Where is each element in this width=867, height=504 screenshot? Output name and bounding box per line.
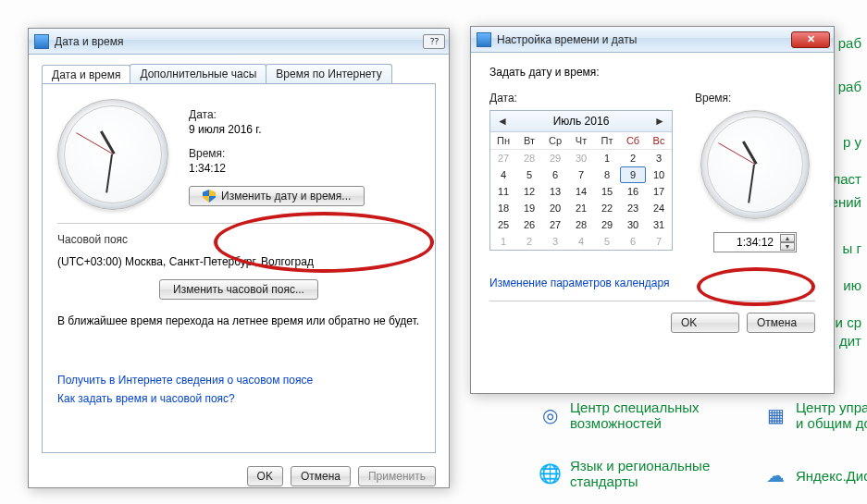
link-howto-set-time[interactable]: Как задать время и часовой пояс? bbox=[57, 392, 235, 405]
calendar-day[interactable]: 1 bbox=[594, 150, 620, 166]
cpl-link-yandex-disk[interactable]: ☁ Яндекс.Диск bbox=[762, 462, 867, 488]
calendar-day[interactable]: 27 bbox=[542, 216, 568, 233]
titlebar[interactable]: Настройка времени и даты ✕ bbox=[471, 27, 834, 53]
set-date-time-label: Задать дату и время: bbox=[489, 66, 815, 79]
calendar-day[interactable]: 5 bbox=[594, 233, 620, 250]
calendar-day[interactable]: 27 bbox=[490, 150, 516, 166]
calendar-day[interactable]: 7 bbox=[646, 233, 672, 250]
change-date-time-button[interactable]: Изменить дату и время... bbox=[189, 186, 365, 206]
calendar-day[interactable]: 8 bbox=[594, 166, 620, 183]
ok-button[interactable]: OK bbox=[671, 313, 739, 333]
spinner-up-icon[interactable]: ▲ bbox=[780, 234, 795, 242]
calendar-day[interactable]: 26 bbox=[516, 216, 542, 233]
tab-additional-clocks[interactable]: Дополнительные часы bbox=[130, 64, 266, 84]
time-value: 1:34:12 bbox=[189, 162, 365, 175]
cpl-link-network-center[interactable]: ▦ Центр управл и общим дост bbox=[762, 400, 867, 431]
calendar-dow: Пн bbox=[490, 132, 516, 150]
titlebar[interactable]: Дата и время ⁇ bbox=[29, 29, 449, 55]
link-timezone-info[interactable]: Получить в Интернете сведения о часовом … bbox=[57, 374, 313, 387]
calendar-day[interactable]: 16 bbox=[620, 183, 646, 200]
calendar-day[interactable]: 14 bbox=[568, 183, 594, 200]
bg-text: раб bbox=[838, 35, 861, 51]
window-icon bbox=[34, 34, 49, 49]
dst-note: В ближайшее время перехода на летнее вре… bbox=[57, 314, 420, 327]
calendar-day[interactable]: 2 bbox=[620, 150, 646, 166]
calendar-day[interactable]: 30 bbox=[568, 150, 594, 166]
calendar-day[interactable]: 6 bbox=[620, 233, 646, 250]
calendar-day[interactable]: 4 bbox=[490, 166, 516, 183]
help-button[interactable]: ⁇ bbox=[423, 34, 445, 49]
calendar-day[interactable]: 18 bbox=[490, 200, 516, 216]
calendar-day[interactable]: 5 bbox=[516, 166, 542, 183]
uac-shield-icon bbox=[203, 190, 216, 203]
tab-internet-time[interactable]: Время по Интернету bbox=[266, 64, 391, 84]
calendar-day[interactable]: 23 bbox=[620, 200, 646, 216]
calendar-day[interactable]: 11 bbox=[490, 183, 516, 200]
calendar-day[interactable]: 21 bbox=[568, 200, 594, 216]
date-value: 9 июля 2016 г. bbox=[189, 123, 365, 136]
calendar-day[interactable]: 10 bbox=[646, 166, 672, 183]
calendar-day[interactable]: 20 bbox=[542, 200, 568, 216]
bg-text: дит bbox=[839, 333, 861, 349]
calendar-day[interactable]: 19 bbox=[516, 200, 542, 216]
calendar-day[interactable]: 3 bbox=[542, 233, 568, 250]
globe-icon: 🌐 bbox=[537, 461, 563, 486]
analog-clock bbox=[700, 110, 810, 219]
calendar-day[interactable]: 7 bbox=[568, 166, 594, 183]
change-timezone-button[interactable]: Изменить часовой пояс... bbox=[159, 279, 318, 300]
time-input[interactable]: 1:34:12 ▲ ▼ bbox=[713, 232, 797, 252]
calendar-dow: Ср bbox=[542, 132, 568, 150]
analog-clock bbox=[57, 99, 168, 210]
calendar-dow: Вс bbox=[646, 132, 672, 150]
tab-date-time[interactable]: Дата и время bbox=[42, 65, 130, 85]
network-icon: ▦ bbox=[762, 402, 788, 428]
tab-strip: Дата и время Дополнительные часы Время п… bbox=[42, 64, 436, 84]
bg-text: ы г bbox=[843, 240, 861, 256]
cpl-link-region-language[interactable]: 🌐 Язык и региональные стандарты bbox=[537, 458, 727, 489]
cancel-button[interactable]: Отмена bbox=[747, 313, 815, 333]
calendar-prev-month[interactable]: ◄ bbox=[496, 115, 509, 128]
calendar-day[interactable]: 1 bbox=[490, 233, 516, 250]
accessibility-icon: ◎ bbox=[537, 402, 563, 428]
close-button[interactable]: ✕ bbox=[791, 31, 830, 48]
window-title: Дата и время bbox=[55, 35, 417, 48]
calendar-dow: Пт bbox=[594, 132, 620, 150]
calendar-day[interactable]: 3 bbox=[646, 150, 672, 166]
calendar-day[interactable]: 30 bbox=[620, 216, 646, 233]
calendar-day[interactable]: 6 bbox=[542, 166, 568, 183]
time-spinner[interactable]: ▲ ▼ bbox=[780, 234, 795, 251]
calendar-day[interactable]: 31 bbox=[646, 216, 672, 233]
calendar-day[interactable]: 29 bbox=[542, 150, 568, 166]
calendar: ◄ Июль 2016 ► ПнВтСрЧтПтСбВс 27282930123… bbox=[489, 110, 673, 251]
date-label: Дата: bbox=[189, 108, 365, 121]
calendar-day[interactable]: 9 bbox=[620, 166, 646, 183]
calendar-dow: Вт bbox=[516, 132, 542, 150]
bg-text: раб bbox=[838, 79, 861, 94]
time-label: Время: bbox=[695, 92, 731, 104]
calendar-day[interactable]: 2 bbox=[516, 233, 542, 250]
calendar-day[interactable]: 12 bbox=[516, 183, 542, 200]
cancel-button[interactable]: Отмена bbox=[291, 466, 351, 486]
window-title: Настройка времени и даты bbox=[497, 33, 786, 46]
apply-button[interactable]: Применить bbox=[358, 466, 436, 486]
calendar-day[interactable]: 17 bbox=[646, 183, 672, 200]
calendar-day[interactable]: 29 bbox=[594, 216, 620, 233]
calendar-day[interactable]: 28 bbox=[568, 216, 594, 233]
cloud-icon: ☁ bbox=[762, 462, 788, 488]
link-calendar-settings[interactable]: Изменение параметров календаря bbox=[489, 277, 670, 289]
calendar-day[interactable]: 28 bbox=[516, 150, 542, 166]
calendar-day[interactable]: 22 bbox=[594, 200, 620, 216]
cpl-link-accessibility[interactable]: ◎ Центр специальных возможностей bbox=[537, 400, 718, 431]
calendar-next-month[interactable]: ► bbox=[653, 115, 666, 128]
bg-text: ию bbox=[843, 277, 861, 293]
ok-button[interactable]: OK bbox=[247, 466, 283, 486]
calendar-day[interactable]: 24 bbox=[646, 200, 672, 216]
spinner-down-icon[interactable]: ▼ bbox=[780, 242, 795, 251]
calendar-day[interactable]: 4 bbox=[568, 233, 594, 250]
time-label: Время: bbox=[189, 147, 365, 160]
timezone-value: (UTC+03:00) Москва, Санкт-Петербург, Вол… bbox=[57, 255, 420, 268]
calendar-day[interactable]: 25 bbox=[490, 216, 516, 233]
calendar-day[interactable]: 15 bbox=[594, 183, 620, 200]
bg-text: р у bbox=[843, 134, 861, 150]
calendar-day[interactable]: 13 bbox=[542, 183, 568, 200]
